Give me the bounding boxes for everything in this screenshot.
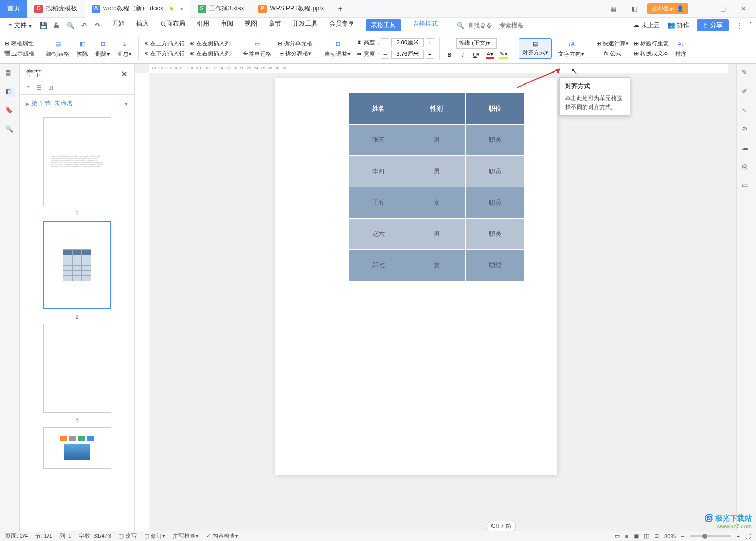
search-input[interactable]: [467, 22, 530, 29]
merge-cells-button[interactable]: ▭合并单元格: [242, 38, 272, 59]
close-icon[interactable]: ●: [180, 6, 183, 11]
menu-start[interactable]: 开始: [112, 19, 125, 31]
coop-button[interactable]: 👥 协作: [667, 21, 689, 30]
cell[interactable]: 郑七: [349, 250, 407, 281]
grid-icon[interactable]: ▦: [606, 4, 620, 14]
redo-icon[interactable]: ↷: [93, 21, 102, 30]
settings-icon[interactable]: ⚙: [742, 125, 751, 135]
split-table-button[interactable]: ⊟ 拆分表格▾: [279, 50, 311, 57]
lang-badge[interactable]: CH ♪ 简: [487, 521, 517, 532]
status-section[interactable]: 节: 1/1: [35, 532, 52, 540]
width-plus[interactable]: +: [426, 50, 434, 59]
highlight-button[interactable]: ✎▾: [499, 51, 508, 59]
undo-icon[interactable]: ↶: [80, 21, 88, 30]
status-spell[interactable]: 拼写检查▾: [173, 532, 199, 540]
document-page[interactable]: 姓名性别职位 张三男职员 李四男职员 王五女职员 赵六男职员 郑七女助理: [275, 78, 557, 475]
font-color-button[interactable]: A▾: [486, 51, 494, 59]
quick-calc-button[interactable]: ⊞ 快速计算▾: [596, 40, 629, 47]
status-rev[interactable]: ▢ 改写: [118, 532, 137, 540]
bookmark-icon[interactable]: 🔖: [5, 106, 15, 116]
cell[interactable]: 张三: [349, 125, 407, 156]
status-content[interactable]: ✓ 内容检查▾: [206, 532, 238, 540]
new-tab-button[interactable]: +: [331, 4, 349, 14]
command-search[interactable]: 🔍: [457, 22, 530, 29]
tab-template[interactable]: D找稻壳模板: [27, 0, 85, 18]
search-icon[interactable]: 🔍: [5, 125, 15, 135]
collapse-ribbon-icon[interactable]: ˆ: [750, 22, 752, 29]
cloud-icon[interactable]: ☁: [742, 144, 751, 153]
sort-button[interactable]: A↓排序: [674, 38, 688, 59]
fullscreen-icon[interactable]: ⛶: [745, 533, 751, 539]
thumb-page-3[interactable]: [43, 324, 111, 413]
login-button[interactable]: 立即登录👤: [647, 3, 688, 14]
height-minus[interactable]: −: [381, 38, 389, 47]
cell[interactable]: 男: [407, 156, 466, 187]
tab-xlsx[interactable]: S工作簿3.xlsx: [190, 0, 251, 18]
status-track[interactable]: ▢ 修订▾: [144, 532, 165, 540]
zoom-fit-icon[interactable]: ⊡: [654, 533, 659, 539]
thumb-page-1[interactable]: Lorem ipsum dolor sit amet consectetur a…: [43, 117, 111, 206]
cell[interactable]: 李四: [349, 156, 407, 187]
menu-review[interactable]: 审阅: [221, 19, 233, 31]
pen-icon[interactable]: ✐: [742, 88, 751, 97]
nav-section[interactable]: ▸ 第 1 节: 未命名 ▾: [20, 95, 134, 112]
zoom-value[interactable]: 80%: [664, 533, 676, 539]
nav-tab2[interactable]: ☰: [36, 84, 42, 91]
align-button[interactable]: ▤对齐方式▾: [519, 38, 552, 59]
menu-view[interactable]: 视图: [245, 19, 257, 31]
to-text-button[interactable]: ⊞ 转换成文本: [634, 50, 669, 57]
cell[interactable]: 职员: [466, 219, 524, 250]
draw-table-button[interactable]: ▤绘制表格: [45, 38, 70, 59]
outline-icon[interactable]: ▤: [5, 69, 15, 78]
nav-close-icon[interactable]: ✕: [121, 69, 128, 79]
width-input[interactable]: [391, 50, 424, 59]
cell[interactable]: 赵六: [349, 219, 407, 250]
menu-layout[interactable]: 页面布局: [160, 19, 185, 31]
width-minus[interactable]: −: [381, 50, 389, 59]
insert-row-below[interactable]: ⊕ 在下方插入行: [144, 50, 185, 57]
target-icon[interactable]: ◎: [742, 163, 751, 172]
view-read-icon[interactable]: ▣: [633, 533, 639, 539]
ruler-vertical[interactable]: [135, 73, 149, 531]
cell[interactable]: 男: [407, 125, 466, 156]
erase-button[interactable]: ◧擦除: [76, 38, 89, 59]
style-icon[interactable]: ✎: [742, 69, 751, 78]
insert-row-above[interactable]: ⊕ 在上方插入行: [144, 40, 185, 47]
title-repeat-button[interactable]: ⊞ 标题行重复: [634, 40, 669, 47]
view-outline-icon[interactable]: ≡: [625, 533, 628, 539]
menu-insert[interactable]: 插入: [136, 19, 149, 31]
maximize-button[interactable]: ▢: [715, 4, 730, 14]
underline-button[interactable]: U▾: [472, 51, 481, 59]
tab-ppt[interactable]: PWPS PPT教程.pptx: [251, 0, 331, 18]
share-button[interactable]: ⇪ 分享: [697, 19, 729, 31]
menu-ref[interactable]: 引用: [197, 19, 209, 31]
menu-section[interactable]: 章节: [269, 19, 281, 31]
cell[interactable]: 女: [407, 187, 466, 219]
height-input[interactable]: [391, 38, 424, 47]
split-cell-button[interactable]: ⊞ 拆分单元格: [278, 40, 313, 47]
document-table[interactable]: 姓名性别职位 张三男职员 李四男职员 王五女职员 赵六男职员 郑七女助理: [349, 93, 524, 281]
th-pos[interactable]: 职位: [466, 93, 524, 125]
zoom-out[interactable]: −: [681, 533, 684, 539]
status-col[interactable]: 列: 1: [59, 532, 71, 540]
menu-member[interactable]: 会员专享: [329, 19, 354, 31]
zoom-slider[interactable]: [690, 535, 731, 537]
zoom-in[interactable]: +: [737, 533, 740, 539]
delete-button[interactable]: ⊟删除▾: [94, 38, 111, 59]
minimize-button[interactable]: —: [694, 4, 709, 14]
save-icon[interactable]: 💾: [39, 21, 47, 30]
table-props-button[interactable]: ⊞ 表格属性: [5, 40, 34, 47]
view-page-icon[interactable]: ▭: [615, 533, 620, 539]
cell[interactable]: 王五: [349, 187, 407, 219]
preview-icon[interactable]: 🔍: [66, 21, 75, 30]
text-direction-button[interactable]: ↕A文字方向▾: [557, 38, 585, 59]
th-gender[interactable]: 性别: [407, 93, 466, 125]
menu-table-tools[interactable]: 表格工具: [366, 19, 401, 31]
apps-icon[interactable]: ◧: [627, 4, 641, 14]
more-icon[interactable]: ⋮: [736, 22, 742, 29]
menu-dev[interactable]: 开发工具: [293, 19, 318, 31]
view-web-icon[interactable]: ◫: [644, 533, 649, 539]
height-plus[interactable]: +: [426, 38, 434, 47]
bold-button[interactable]: B: [445, 51, 453, 59]
print-icon[interactable]: 🖶: [53, 21, 61, 30]
